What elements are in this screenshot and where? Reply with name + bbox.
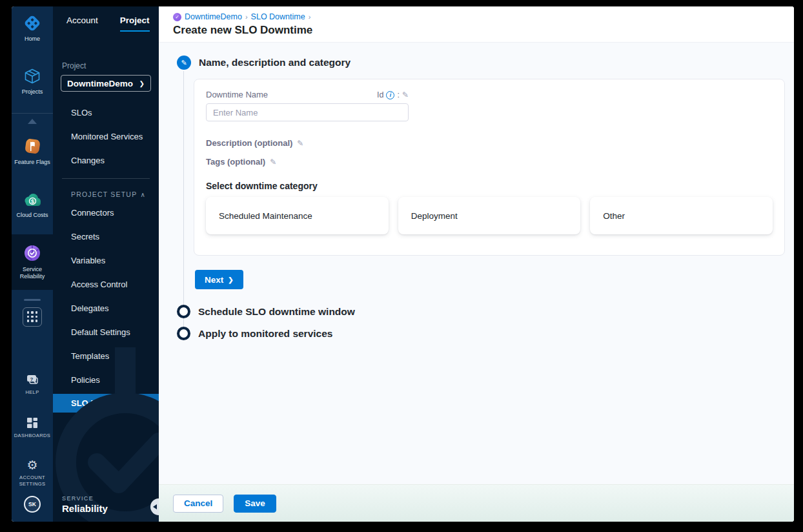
tags-label: Tags (optional) [206,157,265,167]
sidebar-item-monitored-services[interactable]: Monitored Services [53,125,159,148]
category-section-label: Select downtime category [206,181,773,191]
downtime-name-input[interactable] [206,103,409,121]
tab-account[interactable]: Account [66,15,98,32]
info-icon[interactable]: i [386,91,394,99]
category-card-scheduled-maintenance[interactable]: Scheduled Maintenance [206,197,389,234]
sidebar-nav: SLOs Monitored Services Changes PROJECT … [53,101,159,413]
sidebar-item-delegates[interactable]: Delegates [53,296,159,320]
user-avatar[interactable]: SK [24,496,41,513]
step-3-circle-icon [177,327,190,340]
svg-text:?: ? [30,376,34,382]
sidebar-item-access-control[interactable]: Access Control [53,272,159,296]
project-selector[interactable]: DowntimeDemo ❯ [61,75,151,92]
step-connector-line [183,71,184,334]
id-label: Id [377,90,383,99]
module-browser-icon[interactable] [23,307,42,327]
id-group: Id i : ✎ [377,90,409,99]
feature-flags-icon [23,137,42,156]
chevron-right-icon: ❯ [139,80,145,87]
description-label: Description (optional) [206,138,292,148]
service-reliability-label: Service Reliability [15,266,50,281]
category-card-deployment[interactable]: Deployment [398,197,581,234]
sidebar-item-variables[interactable]: Variables [53,249,159,272]
rail-item-help[interactable]: ? HELP [12,366,53,402]
sidebar-item-slos[interactable]: SLOs [53,101,159,125]
project-setup-label: PROJECT SETUP [71,190,137,198]
page-header: ✓ DowntimeDemo › SLO Downtime › Create n… [159,6,794,43]
sidebar-item-templates[interactable]: Templates [53,344,159,368]
category-card-other[interactable]: Other [590,197,773,234]
name-field-header: Downtime Name Id i : ✎ [206,90,409,99]
app-window: Home Projects Feature Flags [12,6,794,522]
step-2-header[interactable]: Schedule SLO downtime window [177,305,785,318]
projects-label: Projects [22,88,43,96]
feature-flags-label: Feature Flags [14,159,50,166]
cloud-costs-label: Cloud Costs [16,212,48,219]
gear-icon: ⚙ [26,459,37,472]
service-reliability-crumb-icon: ✓ [173,13,181,21]
help-icon: ? [25,374,39,387]
edit-tags-icon[interactable]: ✎ [270,158,276,167]
sidebar-divider [62,178,150,179]
cancel-button[interactable]: Cancel [173,495,223,513]
step-1-title: Name, description and category [199,57,351,68]
name-description-card: Downtime Name Id i : ✎ Description (opti… [194,79,785,256]
rail-section-divider [24,299,41,301]
breadcrumb-project[interactable]: DowntimeDemo [185,12,242,21]
module-footer: SERVICE Reliability [62,495,108,514]
project-selector-value: DowntimeDemo [67,79,139,88]
category-cards: Scheduled Maintenance Deployment Other [206,197,773,234]
rail-item-service-reliability[interactable]: Service Reliability [12,234,53,290]
next-button-label: Next [205,275,223,285]
rail-item-feature-flags[interactable]: Feature Flags [12,129,53,172]
sidebar-item-changes[interactable]: Changes [53,148,159,172]
rail-item-dashboards[interactable]: DASHBOARDS [12,408,53,445]
edit-description-icon[interactable]: ✎ [297,139,303,148]
home-label: Home [25,36,40,43]
dashboards-icon [25,416,39,430]
step-2-title: Schedule SLO downtime window [198,306,355,318]
breadcrumb-separator: › [309,13,311,21]
tags-row: Tags (optional) ✎ [206,157,773,167]
step-1-header[interactable]: ✎ Name, description and category [177,56,785,70]
chevron-left-icon [153,504,157,509]
save-button[interactable]: Save [234,495,276,513]
sidebar-item-policies[interactable]: Policies [53,368,159,392]
id-colon: : [397,90,399,99]
rail-divider [12,113,53,114]
rail-item-projects[interactable]: Projects [12,59,53,102]
step-3-title: Apply to monitored services [198,328,332,340]
module-rail: Home Projects Feature Flags [12,6,53,522]
edit-id-icon[interactable]: ✎ [402,90,409,99]
module-kicker: SERVICE [62,495,108,502]
breadcrumb-separator: › [245,13,248,21]
sidebar-item-connectors[interactable]: Connectors [53,201,159,225]
project-sidebar: Account Project Project DowntimeDemo ❯ S… [53,6,159,522]
sidebar-item-slo-downtime[interactable]: SLO Downtime [53,394,159,413]
cloud-costs-icon: $ [23,192,42,209]
main-panel: ✓ DowntimeDemo › SLO Downtime › Create n… [159,6,794,522]
collapse-up-icon[interactable] [28,119,37,124]
projects-icon [23,67,41,85]
sidebar-item-secrets[interactable]: Secrets [53,225,159,249]
rail-item-account-settings[interactable]: ⚙ ACCOUNT SETTINGS [12,451,53,493]
next-button[interactable]: Next ❯ [195,270,243,289]
create-downtime-wizard: ✎ Name, description and category Downtim… [159,43,794,484]
description-row: Description (optional) ✎ [206,138,773,148]
breadcrumb-slo-downtime[interactable]: SLO Downtime [251,12,305,21]
page-title: Create new SLO Downtime [173,24,794,37]
step-3-header[interactable]: Apply to monitored services [177,327,785,340]
breadcrumb: ✓ DowntimeDemo › SLO Downtime › [173,12,794,21]
svg-text:$: $ [31,198,34,205]
project-setup-section: PROJECT SETUP ∧ [53,185,159,201]
sidebar-collapse-button[interactable] [150,498,159,515]
module-title: Reliability [62,503,108,514]
rail-item-cloud-costs[interactable]: $ Cloud Costs [12,184,53,225]
chevron-right-icon: ❯ [228,276,233,283]
downtime-name-label: Downtime Name [206,90,268,99]
tab-project[interactable]: Project [120,15,150,32]
sidebar-item-default-settings[interactable]: Default Settings [53,320,159,344]
chevron-up-icon[interactable]: ∧ [140,191,146,198]
step-2-circle-icon [177,305,190,318]
rail-item-home[interactable]: Home [12,6,53,49]
